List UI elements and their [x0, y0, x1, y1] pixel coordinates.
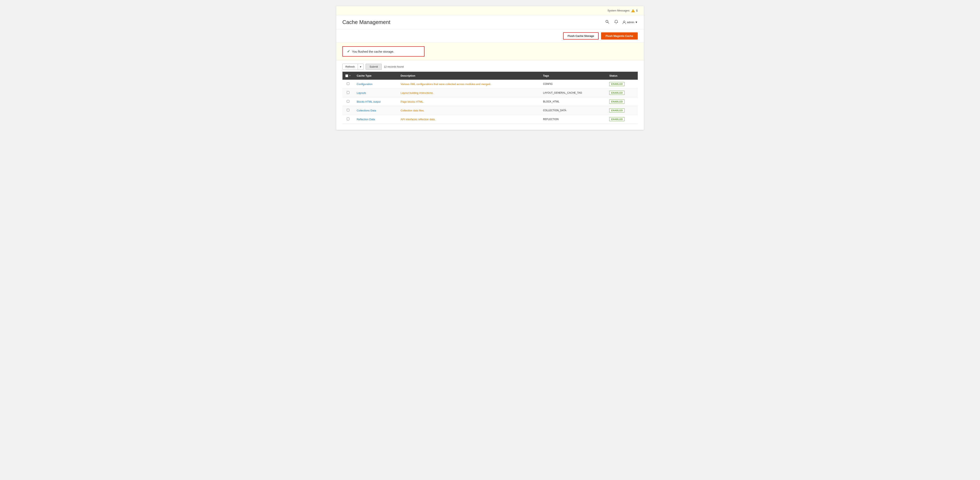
system-messages-bar: System Messages: ! 1: [336, 6, 644, 15]
row-status: ENABLED: [606, 97, 638, 106]
row-tags: BLOCK_HTML: [540, 97, 606, 106]
row-status: ENABLED: [606, 80, 638, 89]
row-checkbox-cell[interactable]: [342, 106, 354, 115]
row-cache-type[interactable]: Blocks HTML output: [354, 97, 398, 106]
row-checkbox[interactable]: [347, 109, 349, 111]
table-row: Blocks HTML output Page blocks HTML. BLO…: [342, 97, 638, 106]
table-row: Collections Data Collection data files. …: [342, 106, 638, 115]
cache-type-link[interactable]: Configuration: [356, 82, 372, 86]
admin-arrow: ▼: [635, 21, 638, 24]
row-description: API interfaces reflection data.: [398, 115, 540, 124]
table-row: Layouts Layout building instructions. LA…: [342, 89, 638, 97]
row-checkbox-cell[interactable]: [342, 115, 354, 124]
toolbar-row: Refresh ▼ Submit 12 records found: [336, 60, 644, 72]
flush-cache-storage-button[interactable]: Flush Cache Storage: [563, 32, 598, 40]
th-checkbox[interactable]: ▼: [342, 72, 354, 80]
row-description: Various XML configurations that were col…: [398, 80, 540, 89]
svg-point-2: [606, 20, 608, 22]
admin-username: admin: [627, 21, 634, 24]
success-message-area: ✓ You flushed the cache storage.: [336, 43, 644, 60]
select-all-checkbox[interactable]: [345, 74, 348, 77]
submit-button[interactable]: Submit: [366, 64, 382, 70]
th-cache-type[interactable]: Cache Type: [354, 72, 398, 80]
svg-text:!: !: [633, 10, 633, 12]
row-description: Collection data files.: [398, 106, 540, 115]
status-badge: ENABLED: [609, 100, 625, 104]
row-cache-type[interactable]: Layouts: [354, 89, 398, 97]
cache-table: ▼ Cache Type Description Tags Status Con…: [342, 72, 638, 124]
system-messages-count: 1: [636, 9, 638, 12]
refresh-group: Refresh ▼: [342, 64, 364, 70]
success-box: ✓ You flushed the cache storage.: [342, 46, 425, 57]
status-badge: ENABLED: [609, 108, 625, 112]
svg-line-3: [608, 22, 609, 23]
row-cache-type[interactable]: Reflection Data: [354, 115, 398, 124]
row-description: Page blocks HTML.: [398, 97, 540, 106]
table-header-row: ▼ Cache Type Description Tags Status: [342, 72, 638, 80]
row-status: ENABLED: [606, 115, 638, 124]
cache-type-link[interactable]: Reflection Data: [356, 118, 375, 121]
row-description: Layout building instructions.: [398, 89, 540, 97]
row-cache-type[interactable]: Configuration: [354, 80, 398, 89]
row-tags: LAYOUT_GENERAL_CACHE_TAG: [540, 89, 606, 97]
status-badge: ENABLED: [609, 117, 625, 121]
refresh-dropdown-button[interactable]: ▼: [358, 64, 363, 69]
row-checkbox-cell[interactable]: [342, 89, 354, 97]
admin-user-button[interactable]: admin ▼: [622, 21, 638, 24]
svg-point-4: [624, 21, 625, 22]
main-container: System Messages: ! 1 Cache Management: [336, 6, 644, 130]
th-description: Description: [398, 72, 540, 80]
th-tags: Tags: [540, 72, 606, 80]
table-row: Configuration Various XML configurations…: [342, 80, 638, 89]
flush-magento-cache-button[interactable]: Flush Magento Cache: [601, 32, 638, 40]
sort-arrow-icon: ▼: [349, 74, 351, 77]
cache-type-link[interactable]: Blocks HTML output: [356, 100, 380, 103]
cache-type-link[interactable]: Layouts: [356, 91, 366, 95]
table-container: ▼ Cache Type Description Tags Status Con…: [336, 72, 644, 130]
search-button[interactable]: [605, 19, 610, 25]
row-checkbox-cell[interactable]: [342, 97, 354, 106]
row-checkbox[interactable]: [347, 100, 349, 103]
page-title: Cache Management: [342, 19, 605, 25]
status-badge: ENABLED: [609, 91, 625, 95]
success-text: You flushed the cache storage.: [352, 50, 394, 53]
system-messages-label: System Messages:: [608, 9, 630, 12]
warning-icon: !: [631, 9, 635, 13]
row-tags: CONFIG: [540, 80, 606, 89]
row-status: ENABLED: [606, 89, 638, 97]
cache-type-link[interactable]: Collections Data: [356, 109, 376, 112]
status-badge: ENABLED: [609, 82, 625, 86]
row-tags: COLLECTION_DATA: [540, 106, 606, 115]
header-actions: admin ▼: [605, 19, 638, 25]
th-status: Status: [606, 72, 638, 80]
refresh-button[interactable]: Refresh: [343, 64, 358, 70]
row-cache-type[interactable]: Collections Data: [354, 106, 398, 115]
row-checkbox[interactable]: [347, 91, 349, 94]
row-checkbox[interactable]: [347, 82, 349, 85]
row-status: ENABLED: [606, 106, 638, 115]
check-icon: ✓: [347, 49, 350, 54]
notifications-button[interactable]: [613, 19, 619, 25]
actions-bar: Flush Cache Storage Flush Magento Cache: [336, 30, 644, 43]
header-row: Cache Management admin ▼: [336, 15, 644, 30]
records-count: 12 records found: [384, 65, 404, 68]
row-tags: REFLECTION: [540, 115, 606, 124]
table-wrapper: ▼ Cache Type Description Tags Status Con…: [342, 72, 638, 124]
row-checkbox[interactable]: [347, 117, 349, 120]
table-row: Reflection Data API interfaces reflectio…: [342, 115, 638, 124]
row-checkbox-cell[interactable]: [342, 80, 354, 89]
